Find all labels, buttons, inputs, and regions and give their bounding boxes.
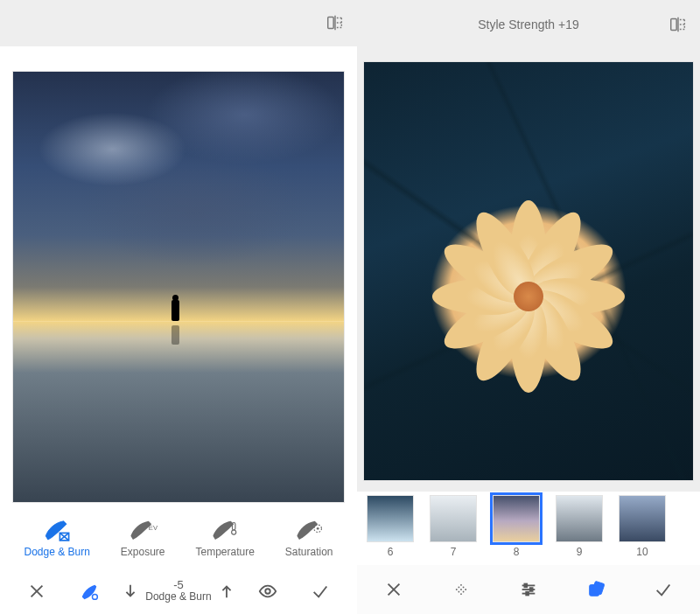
svg-point-33 [462,590,465,593]
canvas-wrap-right [357,49,700,492]
compare-icon[interactable] [667,13,690,36]
apply-button[interactable] [299,582,341,601]
thumb-label: 7 [451,546,457,558]
thumb-label: 9 [577,546,583,558]
tool-label: Dodge & Burn [24,546,89,558]
svg-rect-0 [328,17,333,29]
close-icon [27,582,46,601]
tool-label: Temperature [195,546,254,558]
svg-rect-41 [530,588,533,591]
sliders-icon [519,580,538,599]
editor-panel-brush: Dodge & Burn EV Exposure Temperature Sat… [0,0,357,614]
svg-rect-10 [233,523,235,531]
value-readout[interactable]: -5 Dodge & Burn [121,579,235,602]
tool-temperature[interactable]: Temperature [195,518,254,558]
brush-tool-row: Dodge & Burn EV Exposure Temperature Sat… [0,503,357,568]
tool-label: Saturation [285,546,333,558]
style-thumb-strip[interactable]: 6 7 8 9 10 [357,492,700,565]
close-button[interactable] [374,580,413,599]
compare-icon[interactable] [324,11,346,34]
arrow-down-icon [121,582,140,601]
svg-point-28 [460,584,463,587]
svg-text:EV: EV [149,524,158,532]
svg-point-13 [317,527,319,530]
style-thumb-6[interactable]: 6 [366,495,415,558]
brush-edit-icon [80,582,99,601]
canvas-wrap-left [0,46,357,503]
svg-point-11 [232,530,236,534]
style-thumb-7[interactable]: 7 [429,495,478,558]
topbar-left [0,0,357,46]
adjust-button[interactable] [509,580,548,599]
action-bar-left: -5 Dodge & Burn [0,568,357,614]
close-button[interactable] [16,582,58,601]
svg-point-34 [456,589,458,591]
brush-options-button[interactable] [68,582,110,601]
action-bar-right [357,565,700,614]
topbar-right-title: Style Strength +19 [357,17,700,31]
thumb-label: 10 [636,546,648,558]
svg-rect-44 [592,581,605,595]
style-swatch-icon [586,580,606,599]
style-thumb-8[interactable]: 8 [492,495,541,558]
arrow-up-icon [217,582,236,601]
tool-dodge-burn[interactable]: Dodge & Burn [24,518,89,558]
style-thumb-10[interactable]: 10 [618,495,667,558]
style-button[interactable] [577,580,615,599]
mask-button[interactable] [442,580,480,599]
thumb-label: 6 [388,546,394,558]
editor-panel-style: Style Strength +19 [357,0,700,614]
svg-point-36 [460,593,463,596]
svg-point-29 [462,586,465,589]
check-icon [311,582,330,601]
tool-saturation[interactable]: Saturation [285,518,333,558]
svg-point-32 [460,589,463,591]
svg-point-35 [458,590,460,593]
tool-label: Exposure [121,546,165,558]
thumb-label: 8 [514,546,520,558]
photo-canvas[interactable] [12,71,345,503]
visibility-toggle[interactable] [247,582,289,601]
topbar-right: Style Strength +19 [357,0,700,49]
svg-point-16 [93,594,98,599]
tool-exposure[interactable]: EV Exposure [121,518,165,558]
readout-value: -5 [145,579,211,591]
svg-rect-40 [524,584,527,588]
readout-label: Dodge & Burn [145,591,211,603]
style-thumb-9[interactable]: 9 [555,495,604,558]
photo-canvas[interactable] [363,61,694,481]
svg-rect-42 [526,592,528,596]
apply-button[interactable] [644,580,682,599]
svg-point-19 [265,589,270,594]
mask-icon [452,580,471,599]
eye-icon [258,582,277,601]
svg-rect-20 [671,19,676,31]
svg-point-31 [458,586,460,589]
svg-point-30 [465,589,467,591]
